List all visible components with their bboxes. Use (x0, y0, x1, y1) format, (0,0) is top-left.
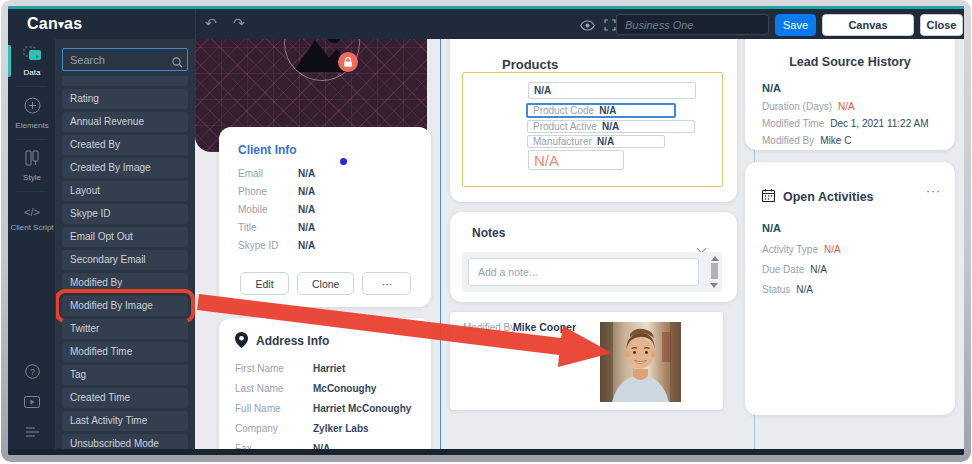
svg-text:?: ? (29, 367, 34, 377)
address-rows: First NameHarrietLast NameMcConoughyFull… (235, 362, 421, 449)
canvas-assignment-button[interactable]: Canvas Assignment (822, 14, 914, 36)
notes-scrollbar[interactable] (709, 254, 720, 290)
field-row: StatusN/A (762, 284, 841, 295)
products-card[interactable]: Products N/A Product CodeN/AProduct Acti… (450, 39, 737, 202)
open-activities-header: Open Activities (762, 188, 874, 206)
more-options-button[interactable]: ··· (926, 184, 941, 198)
field-row: Activity TypeN/A (762, 244, 841, 255)
product-field[interactable]: Product CodeN/A (526, 103, 676, 118)
field-item[interactable]: Tag (62, 365, 188, 385)
rail-item-label: Client Script (8, 223, 56, 232)
field-row: Skype IDN/A (238, 239, 419, 251)
field-item[interactable]: Modified By (62, 273, 188, 293)
record-action-button[interactable]: Edit (240, 272, 289, 295)
product-field[interactable]: Product ActiveN/A (527, 120, 695, 133)
add-note-input[interactable] (468, 258, 699, 286)
field-item[interactable]: Layout (62, 181, 188, 201)
save-button[interactable]: Save (775, 14, 816, 36)
left-rail: Data Elements Style </> Client Script ? (8, 39, 56, 455)
rail-separator (16, 139, 47, 140)
topbar-seam (195, 9, 196, 39)
rail-separator (16, 86, 47, 87)
open-activities-card[interactable]: Open Activities ··· N/A Activity TypeN/A… (745, 162, 955, 415)
anchor-dot (340, 158, 347, 165)
field-item[interactable]: Modified Time (62, 342, 188, 362)
undo-icon[interactable]: ↶ (205, 15, 217, 31)
field-item[interactable]: Modified By Image (62, 296, 188, 316)
field-row: CompanyZylker Labs (235, 422, 421, 434)
notes-card[interactable]: Notes (450, 212, 737, 302)
field-row: Last NameMcConoughy (235, 382, 421, 394)
product-big-na-field[interactable]: N/A (528, 150, 624, 170)
lock-icon (338, 52, 358, 72)
lead-source-rows: Duration (Days)N/AModified TimeDec 1, 20… (762, 101, 928, 146)
modified-by-value: Mike Cooper (513, 321, 576, 333)
preview-eye-icon[interactable] (580, 17, 595, 35)
modified-by-card[interactable]: Modified By Mike Cooper (450, 312, 723, 410)
redo-icon[interactable]: ↷ (233, 15, 245, 31)
rail-item-data[interactable]: Data (8, 39, 56, 83)
scrollbar-thumb[interactable] (711, 263, 718, 279)
field-item[interactable]: Skype ID (62, 204, 188, 224)
canvas-builder-window: Can▾as ↶ ↷ Save Canvas Assignment Close … (8, 6, 964, 455)
scroll-up-icon[interactable] (711, 256, 719, 261)
canvas-name-input[interactable] (616, 14, 769, 35)
open-activities-rows: Activity TypeN/ADue DateN/AStatusN/A (762, 244, 841, 295)
profile-name: Harriet McConoughy (195, 82, 427, 97)
field-row: MobileN/A (238, 203, 419, 215)
field-item-clipped[interactable] (62, 76, 188, 86)
field-row: Modified ByMike C (762, 135, 928, 146)
field-item[interactable]: Rating (62, 89, 188, 109)
field-item[interactable]: Created By (62, 135, 188, 155)
product-field[interactable]: ManufacturerN/A (527, 135, 665, 148)
rail-bottom-icons: ? (8, 353, 56, 441)
field-row: FaxN/A (235, 442, 421, 449)
field-item[interactable]: Email Opt Out (62, 227, 188, 247)
record-actions: EditClone··· (240, 272, 411, 295)
client-info-rows: EmailN/APhoneN/AMobileN/ATitleN/ASkype I… (238, 167, 419, 251)
field-row: EmailN/A (238, 167, 419, 179)
scroll-down-icon[interactable] (710, 283, 718, 288)
location-pin-icon (235, 332, 248, 352)
elements-plus-icon (24, 100, 41, 117)
close-button[interactable]: Close (920, 14, 963, 36)
style-panels-icon (24, 152, 40, 169)
lead-source-history-card[interactable]: Lead Source History N/A Duration (Days)N… (745, 39, 955, 150)
field-item[interactable]: Created Time (62, 388, 188, 408)
help-icon[interactable]: ? (8, 364, 56, 383)
design-canvas[interactable]: Harriet McConoughy N/A Client Info Email… (195, 39, 964, 449)
field-row: Duration (Days)N/A (762, 101, 928, 112)
field-item[interactable]: Twitter (62, 319, 188, 339)
data-icon (23, 47, 42, 64)
field-row: Due DateN/A (762, 264, 841, 275)
fullscreen-expand-icon[interactable] (604, 17, 616, 35)
rail-item-label: Elements (8, 121, 56, 130)
code-brackets-icon: </> (24, 206, 40, 218)
fields-panel: RatingAnnual RevenueCreated ByCreated By… (56, 39, 195, 455)
canvas-logo: Can▾as (27, 15, 82, 33)
field-item[interactable]: Annual Revenue (62, 112, 188, 132)
field-item[interactable]: Last Activity Time (62, 411, 188, 431)
card-title: Open Activities (783, 190, 874, 204)
card-title: Client Info (238, 143, 297, 157)
card-title: Address Info (256, 334, 329, 348)
menu-list-icon[interactable] (8, 423, 56, 441)
rail-item-style[interactable]: Style (8, 143, 56, 188)
field-row: TitleN/A (238, 221, 419, 233)
video-tutorial-icon[interactable] (8, 394, 56, 412)
field-search-input[interactable] (62, 48, 188, 71)
record-action-button[interactable]: ··· (362, 272, 411, 295)
calendar-icon (762, 188, 775, 206)
record-action-button[interactable]: Clone (297, 272, 354, 295)
product-name-field[interactable]: N/A (528, 82, 696, 99)
address-info-card[interactable]: Address Info First NameHarrietLast NameM… (219, 318, 431, 449)
client-info-card[interactable]: Client Info EmailN/APhoneN/AMobileN/ATit… (219, 127, 431, 307)
card-title: Products (502, 57, 558, 72)
notes-area (462, 252, 722, 292)
card-title: Lead Source History (745, 55, 955, 69)
rail-item-client-script[interactable]: </> Client Script (8, 195, 56, 238)
field-item[interactable]: Created By Image (62, 158, 188, 178)
search-icon (172, 54, 183, 72)
rail-item-elements[interactable]: Elements (8, 90, 56, 136)
field-item[interactable]: Secondary Email (62, 250, 188, 270)
